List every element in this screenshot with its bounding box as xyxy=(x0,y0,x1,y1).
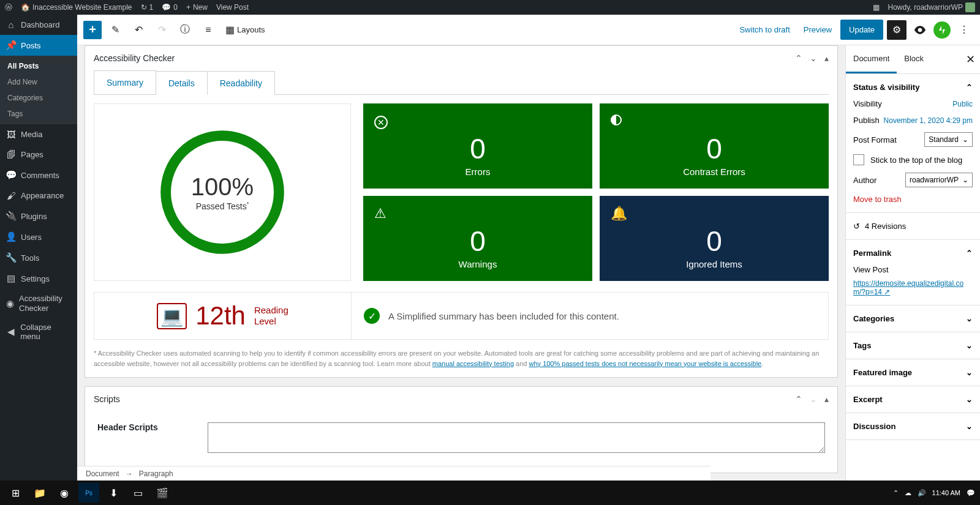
outline-button[interactable]: ≡ xyxy=(198,20,218,40)
chevron-down-icon: ⌄ xyxy=(966,422,973,431)
sidebar-item-tools[interactable]: 🔧Tools xyxy=(0,247,77,268)
updates-link[interactable]: ↻ 1 xyxy=(141,3,154,12)
app-icon[interactable]: 🎬 xyxy=(152,483,173,503)
sidebar-item-dashboard[interactable]: ⌂Dashboard xyxy=(0,15,77,35)
preview-link[interactable]: Preview xyxy=(799,20,837,39)
comments-icon: 💬 xyxy=(6,170,16,181)
photoshop-icon[interactable]: Ps xyxy=(78,483,99,503)
site-link[interactable]: 🏠 Inaccessible Website Example xyxy=(21,3,132,12)
more-menu-button[interactable]: ⋮ xyxy=(954,20,974,40)
tray-icon[interactable]: ⌃ xyxy=(893,489,899,497)
eye-toggle-button[interactable] xyxy=(910,20,930,40)
chevron-down-icon: ⌄ xyxy=(962,176,968,184)
settings-toggle-button[interactable]: ⚙ xyxy=(887,20,907,40)
notifications-icon[interactable]: 💬 xyxy=(967,489,975,497)
switch-to-draft-link[interactable]: Switch to draft xyxy=(734,20,794,39)
dashboard-icon: ⌂ xyxy=(6,20,16,30)
visibility-value-link[interactable]: Public xyxy=(952,100,973,108)
sidebar-sub-add-new[interactable]: Add New xyxy=(0,74,77,90)
warnings-card[interactable]: ⚠ 0 Warnings xyxy=(363,196,592,281)
jetpack-button[interactable] xyxy=(933,21,951,39)
sidebar-sub-all-posts[interactable]: All Posts xyxy=(0,58,77,74)
info-button[interactable]: ⓘ xyxy=(175,20,195,40)
tray-icon[interactable]: 🔊 xyxy=(918,489,926,497)
panel-down-button[interactable]: ⌄ xyxy=(810,394,817,404)
manual-testing-link[interactable]: manual accessibility testing xyxy=(432,360,514,367)
sidebar-label: Collapse menu xyxy=(20,323,71,341)
panel-header: Scripts ⌃ ⌄ ▴ xyxy=(85,387,837,411)
clock[interactable]: 11:40 AM xyxy=(932,489,960,496)
start-button[interactable]: ⊞ xyxy=(5,483,26,503)
header-scripts-textarea[interactable] xyxy=(208,422,825,453)
sidebar-sub-tags[interactable]: Tags xyxy=(0,106,77,122)
breadcrumb-document[interactable]: Document xyxy=(86,469,119,478)
sidebar-item-media[interactable]: 🖼Media xyxy=(0,124,77,144)
redo-button[interactable]: ↷ xyxy=(152,20,172,40)
ignored-items-card[interactable]: 🔔 0 Ignored Items xyxy=(600,196,829,281)
permalink-url-link[interactable]: https://demosite.equalizedigital.com/?p=… xyxy=(853,279,973,296)
reading-grade: 12th xyxy=(195,301,246,331)
passed-tests-chart: 100% Passed Tests* xyxy=(94,103,351,281)
chrome-icon[interactable]: ◉ xyxy=(54,483,75,503)
sidebar-item-appearance[interactable]: 🖌Appearance xyxy=(0,185,77,206)
panel-toggle-button[interactable]: ▴ xyxy=(824,394,829,404)
wp-admin-bar: ⓦ 🏠 Inaccessible Website Example ↻ 1 💬 0… xyxy=(0,0,980,15)
app-icon[interactable]: ⬇ xyxy=(103,483,124,503)
why-100-link[interactable]: why 100% passed tests does not necessari… xyxy=(529,360,762,367)
notification-icon[interactable]: ▦ xyxy=(873,3,880,12)
layouts-button[interactable]: ▦ Layouts xyxy=(222,20,269,40)
edit-mode-button[interactable]: ✎ xyxy=(105,20,125,40)
view-post-link[interactable]: View Post xyxy=(216,3,249,12)
categories-toggle[interactable]: Categories ⌄ xyxy=(853,314,973,323)
panel-toggle-button[interactable]: ▴ xyxy=(824,53,829,63)
tab-block[interactable]: Block xyxy=(897,45,931,73)
panel-down-button[interactable]: ⌄ xyxy=(810,53,817,63)
status-visibility-toggle[interactable]: Status & visibility ⌃ xyxy=(853,83,973,92)
sidebar-item-users[interactable]: 👤Users xyxy=(0,226,77,247)
featured-image-toggle[interactable]: Featured image ⌄ xyxy=(853,368,973,377)
sidebar-item-comments[interactable]: 💬Comments xyxy=(0,165,77,185)
close-settings-button[interactable]: ✕ xyxy=(966,53,975,66)
tray-icon[interactable]: ☁ xyxy=(905,489,911,497)
discussion-toggle[interactable]: Discussion ⌄ xyxy=(853,422,973,431)
revisions-button[interactable]: ↺ 4 Revisions xyxy=(846,213,980,240)
tab-summary[interactable]: Summary xyxy=(94,70,156,94)
stick-checkbox[interactable] xyxy=(853,154,864,165)
move-to-trash-link[interactable]: Move to trash xyxy=(853,195,902,204)
sidebar-item-posts[interactable]: 📌Posts xyxy=(0,35,77,56)
sidebar-sub-categories[interactable]: Categories xyxy=(0,90,77,106)
publish-value-link[interactable]: November 1, 2020 4:29 pm xyxy=(884,116,973,125)
tab-details[interactable]: Details xyxy=(156,71,208,95)
author-select[interactable]: roadwarriorWP ⌄ xyxy=(905,173,973,187)
tags-toggle[interactable]: Tags ⌄ xyxy=(853,341,973,350)
panel-up-button[interactable]: ⌃ xyxy=(795,53,802,63)
wp-logo-icon[interactable]: ⓦ xyxy=(5,2,12,13)
add-block-button[interactable]: + xyxy=(83,21,102,39)
howdy-link[interactable]: Howdy, roadwarriorWP xyxy=(888,2,975,12)
app-icon[interactable]: ▭ xyxy=(127,483,148,503)
new-link[interactable]: + New xyxy=(186,3,208,12)
sidebar-item-plugins[interactable]: 🔌Plugins xyxy=(0,206,77,226)
passed-percent: 100% xyxy=(191,173,254,201)
tab-document[interactable]: Document xyxy=(846,45,897,73)
sidebar-item-pages[interactable]: 🗐Pages xyxy=(0,144,77,165)
sidebar-item-collapse[interactable]: ◀Collapse menu xyxy=(0,318,77,346)
post-format-select[interactable]: Standard ⌄ xyxy=(924,132,973,147)
comments-count: 0 xyxy=(173,3,178,12)
panel-up-button[interactable]: ⌃ xyxy=(795,394,802,404)
errors-card[interactable]: ✕ 0 Errors xyxy=(363,103,592,189)
permalink-toggle[interactable]: Permalink ⌃ xyxy=(853,249,973,258)
comments-link[interactable]: 💬 0 xyxy=(162,3,178,12)
sidebar-item-settings[interactable]: ▤Settings xyxy=(0,268,77,289)
contrast-errors-card[interactable]: 0 Contrast Errors xyxy=(600,103,829,189)
tab-readability[interactable]: Readability xyxy=(207,71,275,95)
sidebar-item-accessibility-checker[interactable]: ◉Accessibility Checker xyxy=(0,289,77,318)
stick-label: Stick to the top of the blog xyxy=(870,155,962,165)
update-button[interactable]: Update xyxy=(840,20,883,40)
excerpt-section: Excerpt ⌄ xyxy=(846,386,980,413)
file-explorer-icon[interactable]: 📁 xyxy=(29,483,50,503)
undo-button[interactable]: ↶ xyxy=(129,20,148,40)
breadcrumb-paragraph[interactable]: Paragraph xyxy=(139,469,173,478)
section-title: Featured image xyxy=(853,368,912,377)
excerpt-toggle[interactable]: Excerpt ⌄ xyxy=(853,395,973,404)
